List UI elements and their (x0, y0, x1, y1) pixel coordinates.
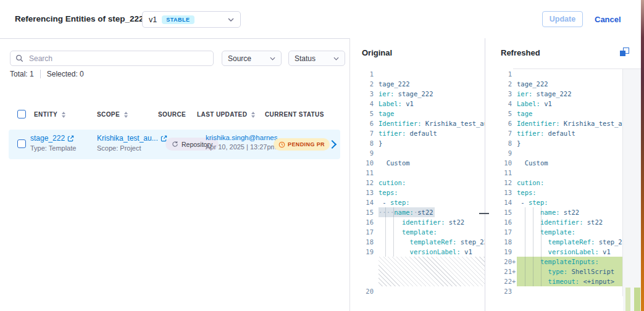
updated-by-link[interactable]: krishika.singh@harnes... (206, 134, 283, 141)
diff-overview-ruler[interactable] (623, 69, 642, 311)
entity-type: Type: Template (30, 144, 76, 152)
code-line: 11 (350, 168, 485, 178)
code-line: 12cution: (485, 178, 622, 188)
code-line: 4Label: v1 (485, 99, 622, 109)
code-line: 9 (350, 148, 485, 158)
version-select[interactable]: v1 STABLE (142, 11, 241, 28)
original-pane-title: Original (362, 48, 392, 57)
cancel-button[interactable]: Cancel (595, 15, 621, 24)
indent-guide (533, 207, 533, 286)
added-lines-marker (634, 288, 640, 311)
code-line: 13teps: (350, 188, 485, 197)
code-line: 23 (485, 286, 622, 296)
indent-guide (541, 207, 542, 286)
status-filter-select[interactable]: Status (288, 51, 345, 66)
refreshed-pane-title: Refreshed (501, 48, 540, 57)
code-line: 14 - step: (485, 197, 622, 207)
source-filter-select[interactable]: Source (222, 51, 282, 66)
table-row[interactable]: stage_222 Type: Template Krishika_test_a… (9, 130, 340, 159)
code-line: 1 (485, 69, 622, 79)
code-line: 5tage (350, 109, 485, 118)
search-icon (15, 54, 23, 62)
code-line: 20+ templateInputs: (485, 257, 622, 267)
code-line: 7tifier: default (350, 128, 485, 138)
code-line: 3ier: stage_222 (485, 89, 622, 99)
pane-divider (485, 38, 485, 311)
code-line: 19 versionLabel: v1 (350, 247, 485, 257)
divider (40, 70, 41, 78)
code-line: 2tage_222 (350, 79, 485, 89)
copy-icon[interactable] (620, 48, 630, 57)
code-line: 4Label: v1 (350, 99, 485, 109)
code-line: 10 Custom (350, 158, 485, 168)
code-line: 8} (485, 138, 622, 148)
column-header-scope: SCOPE (97, 111, 128, 118)
sort-icon[interactable] (124, 112, 128, 118)
external-link-icon[interactable] (67, 135, 74, 142)
search-input[interactable] (28, 54, 208, 64)
source-filter-label: Source (228, 54, 251, 63)
clock-icon (278, 141, 285, 148)
code-line: 21+ type: ShellScript (485, 267, 622, 276)
select-all-checkbox[interactable] (17, 110, 26, 118)
updated-at: Apr 10, 2025 | 13:27pm (206, 143, 283, 151)
hidden-lines-hatch (378, 257, 485, 286)
total-count: Total: 1 (10, 70, 34, 78)
code-line: 6Identifier: Krishika_test_aut (485, 118, 622, 128)
column-header-current-status: CURRENT STATUS (265, 111, 324, 118)
selection-summary: Total: 1 Selected: 0 (10, 70, 84, 78)
scope-sub: Scope: Project (97, 144, 167, 152)
chevron-down-icon (228, 18, 234, 22)
code-line: 2tage_222 (485, 79, 622, 89)
code-line: 6Identifier: Krishika_test_aut (350, 118, 485, 128)
code-line: 17 template: (350, 227, 485, 237)
entity-link[interactable]: stage_222 (30, 134, 65, 143)
search-box[interactable] (10, 51, 214, 66)
sort-icon[interactable] (251, 112, 255, 118)
row-checkbox[interactable] (17, 139, 26, 148)
chevron-down-icon (270, 57, 275, 60)
code-line: 12cution: (350, 178, 485, 188)
code-line: 19 versionLabel: v1 (485, 247, 622, 257)
code-line: 10 Custom (485, 158, 622, 168)
column-header-last-updated: LAST UPDATED (197, 111, 255, 118)
status-filter-label: Status (295, 54, 316, 63)
window-edge-artifact (641, 0, 644, 311)
code-line: 1 (350, 69, 485, 79)
referencing-entities-dialog: Referencing Entities of step_222 v1 STAB… (0, 0, 644, 311)
refreshed-code-editor[interactable]: 12tage_2223ier: stage_2224Label: v15tage… (485, 69, 622, 296)
column-header-source: SOURCE (158, 111, 186, 118)
dialog-header: Referencing Entities of step_222 v1 STAB… (0, 0, 644, 39)
sort-icon[interactable] (62, 112, 65, 118)
last-updated-cell: krishika.singh@harnes... Apr 10, 2025 | … (206, 134, 283, 151)
code-line: 11 (485, 168, 622, 178)
scope-link[interactable]: Krishika_test_au... (97, 134, 158, 143)
status-badge: PENDING PR (274, 138, 330, 151)
yaml-diff-panel: Original Refreshed 12tage_2223ier: stage… (349, 38, 641, 311)
code-line: 5tage (485, 109, 622, 118)
code-line: 15 name: st22 (485, 207, 622, 217)
code-line: 8} (350, 138, 485, 148)
code-line: 22+ timeout: <+input> (485, 276, 622, 286)
update-button[interactable]: Update (542, 11, 583, 27)
indent-guide (393, 207, 394, 257)
code-line: 18 templateRef: step_222 (485, 237, 622, 247)
selected-count: Selected: 0 (47, 70, 84, 78)
original-code-editor[interactable]: 12tage_2223ier: stage_2224Label: v15tage… (350, 69, 485, 296)
code-line: 9 (485, 148, 622, 158)
code-line: 13teps: (485, 188, 622, 197)
indent-guide (385, 207, 386, 257)
code-line: 20 (350, 286, 485, 296)
version-label: v1 (149, 15, 157, 24)
code-line: 3ier: stage_222 (350, 89, 485, 99)
stable-badge: STABLE (162, 15, 194, 24)
code-line: 16 identifier: st22 (485, 217, 622, 227)
column-header-entity: ENTITY (34, 111, 65, 118)
indent-guide (525, 207, 525, 286)
code-line: 7tifier: default (485, 128, 622, 138)
repository-icon (172, 141, 178, 147)
added-lines-marker (625, 288, 630, 311)
page-title: Referencing Entities of step_222 (15, 14, 144, 23)
chevron-down-icon (333, 57, 339, 60)
diff-alignment-marker (479, 213, 489, 214)
